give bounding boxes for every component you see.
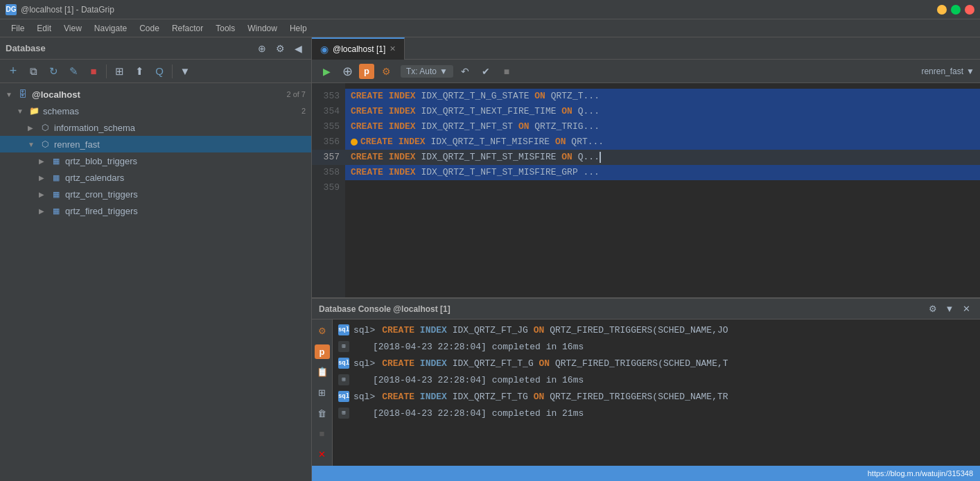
code-line-357: CREATE INDEX IDX_QRTZ_T_NFT_ST_MISFIRE O… — [345, 150, 980, 165]
commit-button[interactable]: ✔ — [477, 62, 495, 80]
menu-code[interactable]: Code — [134, 21, 165, 35]
tree-item-root[interactable]: ▼ 🗄 @localhost 2 of 7 — [0, 86, 311, 103]
tab-localhost[interactable]: ◉ @localhost [1] ✕ — [312, 37, 405, 60]
expand-arrow-cron: ▶ — [39, 191, 50, 198]
console-side-btn-3[interactable]: ⊞ — [315, 385, 330, 401]
line-356: 356 — [312, 134, 345, 150]
window-title: @localhost [1] - DataGrip — [21, 5, 937, 15]
run-button[interactable]: ▶ — [317, 62, 335, 80]
menu-tools[interactable]: Tools — [210, 21, 240, 35]
maximize-button[interactable] — [951, 5, 961, 15]
expand-arrow-info: ▶ — [28, 124, 39, 132]
code-editor[interactable]: CREATE INDEX IDX_QRTZ_T_N_G_STATE ON QRT… — [345, 83, 980, 297]
console-side-btn-2[interactable]: 📋 — [315, 365, 330, 380]
console-title: Database Console @localhost [1] — [319, 304, 920, 314]
console-side-btn-5[interactable]: ✕ — [315, 446, 330, 462]
menu-refactor[interactable]: Refactor — [166, 21, 209, 35]
console-id-1: IDX_QRTZ_FT_JG — [453, 325, 534, 335]
title-bar: DG @localhost [1] - DataGrip — [0, 0, 980, 19]
export-button[interactable]: ⬆ — [130, 62, 148, 80]
editor-area[interactable]: 353 354 355 356 357 358 359 CREATE INDEX… — [312, 83, 980, 297]
menu-help[interactable]: Help — [284, 21, 313, 35]
console-p-button[interactable]: p — [315, 344, 330, 360]
close-button[interactable] — [965, 5, 974, 15]
sql-icon-1: sql — [338, 324, 349, 335]
minimize-button[interactable] — [937, 5, 947, 15]
filter-button[interactable]: ▼ — [176, 62, 194, 80]
grid-button[interactable]: ⊞ — [110, 62, 128, 80]
menu-view[interactable]: View — [58, 21, 87, 35]
console-entry-3-text: CREATE INDEX IDX_QRTZ_FT_TG ON QRTZ_FIRE… — [382, 389, 728, 405]
console-row-3: sql sql> CREATE INDEX IDX_QRTZ_FT_TG ON … — [333, 389, 980, 405]
tree-item-fired-triggers[interactable]: ▶ ▦ qrtz_fired_triggers — [0, 202, 311, 219]
result-text-1: [2018-04-23 22:28:04] completed in 16ms — [353, 339, 584, 356]
kw-index-357: INDEX — [389, 150, 416, 165]
sql-button[interactable]: Q — [150, 62, 168, 80]
tree-item-cron-triggers[interactable]: ▶ ▦ qrtz_cron_triggers — [0, 186, 311, 202]
database-panel-title: Database — [6, 43, 252, 53]
tx-selector[interactable]: Tx: Auto ▼ — [401, 65, 453, 78]
connect-button[interactable]: ⚙ — [377, 62, 395, 80]
window-controls[interactable] — [937, 5, 974, 15]
sync-button[interactable]: ↻ — [44, 62, 62, 80]
expand-arrow-fired: ▶ — [39, 207, 50, 215]
line-355: 355 — [312, 119, 345, 134]
console-close-icon[interactable]: ✕ — [959, 302, 973, 316]
console-side-btn-stop[interactable]: ■ — [315, 426, 330, 441]
sql-icon-3: sql — [338, 391, 349, 402]
console-side-btn-1[interactable]: ⚙ — [315, 324, 330, 339]
renren-fast-label: renren_fast — [54, 139, 306, 150]
create-kw-3: CREATE — [382, 392, 414, 402]
menu-window[interactable]: Window — [242, 21, 283, 35]
left-panel: Database ⊕ ⚙ ◀ + ⧉ ↻ ✎ ■ ⊞ ⬆ Q ▼ ▼ 🗄 @lo… — [0, 37, 312, 481]
root-label: @localhost — [32, 89, 283, 100]
line-numbers: 353 354 355 356 357 358 359 — [312, 83, 345, 297]
index-kw-3: INDEX — [420, 392, 447, 402]
undo-button[interactable]: ↶ — [456, 62, 474, 80]
expand-arrow-renren: ▼ — [28, 141, 39, 148]
db-name-display: renren_fast ▼ — [921, 67, 974, 76]
stop-button[interactable]: ■ — [85, 62, 103, 80]
refresh-icon[interactable]: ⊕ — [254, 41, 270, 56]
kw-on-355: ON — [518, 119, 530, 134]
settings-icon[interactable]: ⚙ — [272, 41, 288, 56]
expand-arrow-root: ▼ — [6, 91, 17, 98]
id2-356: QRT... — [571, 134, 604, 150]
tab-close-button[interactable]: ✕ — [390, 44, 396, 53]
kw-index-356: INDEX — [399, 134, 426, 150]
edit-button[interactable]: ✎ — [64, 62, 82, 80]
console-settings-icon[interactable]: ⚙ — [926, 302, 940, 316]
stop-editor-button[interactable]: ■ — [498, 62, 516, 80]
menu-edit[interactable]: Edit — [31, 21, 57, 35]
run-config-button[interactable]: ⊕ — [338, 62, 356, 80]
console-id-2: IDX_QRTZ_FT_T_G — [453, 358, 539, 369]
schemas-count: 2 — [301, 107, 306, 115]
id2-358: ... — [584, 165, 600, 180]
console-side-btn-4[interactable]: 🗑 — [315, 405, 330, 421]
add-button[interactable]: + — [4, 62, 22, 80]
p-button[interactable]: p — [359, 64, 374, 79]
copy-button[interactable]: ⧉ — [24, 62, 42, 80]
tree-item-calendars[interactable]: ▶ ▦ qrtz_calendars — [0, 169, 311, 186]
console-filter-icon[interactable]: ▼ — [943, 302, 956, 316]
tree-item-blob-triggers[interactable]: ▶ ▦ qrtz_blob_triggers — [0, 152, 311, 169]
schemas-label: schemas — [43, 106, 299, 116]
tab-icon: ◉ — [320, 44, 329, 55]
menu-file[interactable]: File — [6, 21, 30, 35]
expand-arrow-cal: ▶ — [39, 174, 50, 182]
kw-index-353: INDEX — [389, 89, 416, 104]
kw-create-355: CREATE — [351, 119, 383, 134]
menu-navigate[interactable]: Navigate — [89, 21, 132, 35]
kw-create-354: CREATE — [351, 104, 383, 119]
left-console-icons: ⚙ p 📋 ⊞ 🗑 ■ ✕ — [312, 320, 333, 466]
code-line-355: CREATE INDEX IDX_QRTZ_T_NFT_ST ON QRTZ_T… — [345, 119, 980, 134]
tree-item-schemas[interactable]: ▼ 📁 schemas 2 — [0, 103, 311, 119]
on-kw-3: ON — [534, 392, 545, 402]
tree-item-renren-fast[interactable]: ▼ ⬡ renren_fast — [0, 136, 311, 152]
on-kw-1: ON — [534, 325, 545, 335]
collapse-icon[interactable]: ◀ — [290, 41, 306, 56]
right-panel: ◉ @localhost [1] ✕ ▶ ⊕ p ⚙ Tx: Auto ▼ ↶ … — [312, 37, 980, 481]
tree-item-info-schema[interactable]: ▶ ⬡ information_schema — [0, 119, 311, 136]
expand-arrow-schemas: ▼ — [17, 107, 28, 115]
result-text-2: [2018-04-23 22:28:04] completed in 16ms — [353, 372, 584, 389]
